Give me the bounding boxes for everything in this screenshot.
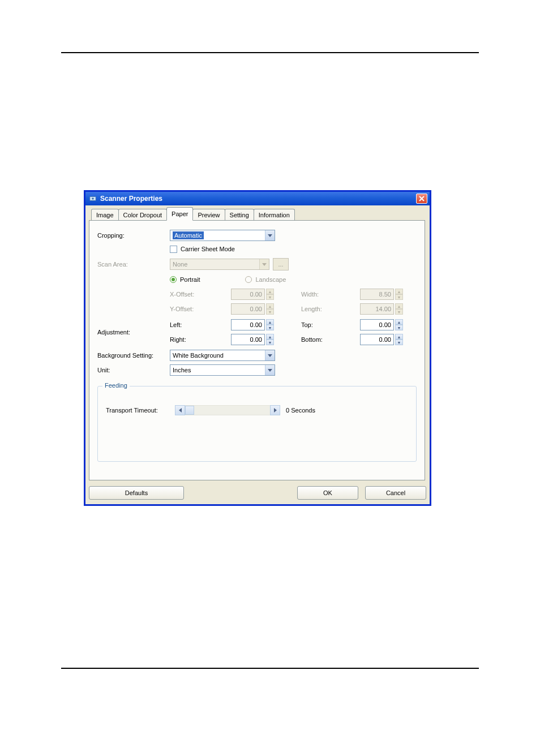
portrait-label: Portrait bbox=[180, 276, 200, 283]
ok-button[interactable]: OK bbox=[297, 486, 358, 500]
y-offset-label: Y-Offset: bbox=[170, 306, 215, 312]
tab-label: Setting bbox=[230, 212, 249, 218]
cancel-button-label: Cancel bbox=[386, 489, 405, 496]
spinner-down-icon[interactable]: ▼ bbox=[266, 325, 274, 330]
chevron-down-icon bbox=[265, 350, 275, 360]
scroll-left-icon[interactable] bbox=[175, 405, 185, 415]
slider-track[interactable] bbox=[185, 405, 270, 415]
tab-label: Image bbox=[96, 212, 114, 218]
tab-label: Preview bbox=[198, 212, 220, 218]
orientation-portrait-radio[interactable]: Portrait bbox=[170, 276, 200, 283]
background-setting-label: Background Setting: bbox=[97, 352, 170, 359]
adj-left-value: 0.00 bbox=[231, 319, 265, 330]
y-offset-spinner: 0.00 ▲▼ bbox=[231, 303, 285, 315]
dialog-button-row: Defaults OK Cancel bbox=[89, 486, 426, 501]
close-button[interactable] bbox=[416, 194, 427, 204]
svg-point-1 bbox=[92, 197, 94, 200]
ok-button-label: OK bbox=[323, 489, 332, 496]
feeding-legend: Feeding bbox=[102, 382, 130, 389]
spinner-up-icon[interactable]: ▲ bbox=[266, 319, 274, 325]
dialog-window: Scanner Properties Image Color Dropout P… bbox=[84, 190, 431, 506]
carrier-sheet-checkbox[interactable]: Carrier Sheet Mode bbox=[170, 246, 235, 253]
adj-top-spinner[interactable]: 0.00 ▲▼ bbox=[360, 319, 414, 330]
width-label: Width: bbox=[301, 291, 344, 298]
adj-bottom-label: Bottom: bbox=[301, 336, 344, 343]
chevron-down-icon bbox=[265, 230, 275, 240]
spinner-down-icon: ▼ bbox=[395, 294, 403, 300]
width-value: 8.50 bbox=[360, 289, 394, 300]
carrier-sheet-label: Carrier Sheet Mode bbox=[181, 246, 235, 252]
app-icon bbox=[89, 195, 97, 203]
spinner-up-icon: ▲ bbox=[395, 289, 403, 294]
spinner-down-icon: ▼ bbox=[395, 309, 403, 315]
cropping-value: Automatic bbox=[173, 231, 204, 239]
adj-bottom-value: 0.00 bbox=[360, 334, 394, 345]
page-rule-bottom bbox=[61, 668, 479, 669]
slider-thumb[interactable] bbox=[185, 406, 194, 415]
scan-area-label: Scan Area: bbox=[97, 261, 170, 268]
close-icon bbox=[419, 196, 425, 201]
adj-right-spinner[interactable]: 0.00 ▲▼ bbox=[231, 334, 285, 345]
spinner-up-icon: ▲ bbox=[266, 289, 274, 294]
transport-timeout-slider[interactable] bbox=[175, 405, 280, 415]
orientation-landscape-radio: Landscape bbox=[245, 276, 286, 283]
spinner-down-icon[interactable]: ▼ bbox=[266, 340, 274, 345]
tab-preview[interactable]: Preview bbox=[192, 209, 225, 221]
x-offset-spinner: 0.00 ▲▼ bbox=[231, 289, 285, 300]
adj-bottom-spinner[interactable]: 0.00 ▲▼ bbox=[360, 334, 414, 345]
cancel-button[interactable]: Cancel bbox=[365, 486, 426, 500]
page-rule-top bbox=[61, 52, 479, 53]
x-offset-value: 0.00 bbox=[231, 289, 265, 300]
adj-right-label: Right: bbox=[170, 336, 215, 343]
scan-area-value: None bbox=[173, 261, 187, 268]
width-spinner: 8.50 ▲▼ bbox=[360, 289, 414, 300]
adjustment-label: Adjustment: bbox=[97, 329, 170, 336]
adj-left-label: Left: bbox=[170, 321, 215, 328]
spinner-down-icon[interactable]: ▼ bbox=[395, 325, 403, 330]
unit-combo[interactable]: Inches bbox=[170, 364, 275, 376]
spinner-up-icon[interactable]: ▲ bbox=[395, 334, 403, 340]
defaults-button[interactable]: Defaults bbox=[89, 486, 184, 500]
cropping-combo[interactable]: Automatic bbox=[170, 230, 275, 241]
spinner-down-icon: ▼ bbox=[266, 309, 274, 315]
adj-top-value: 0.00 bbox=[360, 319, 394, 330]
landscape-label: Landscape bbox=[255, 276, 286, 283]
background-setting-combo[interactable]: White Background bbox=[170, 350, 275, 361]
chevron-down-icon bbox=[259, 259, 269, 269]
defaults-button-label: Defaults bbox=[125, 489, 148, 496]
window-title: Scanner Properties bbox=[100, 195, 162, 203]
spinner-up-icon[interactable]: ▲ bbox=[395, 319, 403, 325]
spinner-up-icon: ▲ bbox=[395, 303, 403, 309]
unit-value: Inches bbox=[173, 367, 191, 373]
chevron-down-icon bbox=[265, 365, 275, 375]
transport-timeout-label: Transport Timeout: bbox=[106, 407, 175, 414]
radio-icon bbox=[245, 276, 252, 283]
length-spinner: 14.00 ▲▼ bbox=[360, 303, 414, 315]
cropping-label: Cropping: bbox=[97, 232, 170, 239]
transport-timeout-display: 0 Seconds bbox=[286, 407, 315, 414]
radio-icon bbox=[170, 276, 177, 283]
tab-setting[interactable]: Setting bbox=[225, 209, 254, 221]
tab-image[interactable]: Image bbox=[91, 209, 119, 221]
length-label: Length: bbox=[301, 306, 344, 312]
adj-right-value: 0.00 bbox=[231, 334, 265, 345]
adj-top-label: Top: bbox=[301, 321, 344, 328]
tab-label: Paper bbox=[172, 211, 188, 217]
scan-area-browse-button: ... bbox=[273, 258, 289, 270]
tab-strip: Image Color Dropout Paper Preview Settin… bbox=[89, 208, 426, 220]
background-setting-value: White Background bbox=[173, 352, 224, 359]
adj-left-spinner[interactable]: 0.00 ▲▼ bbox=[231, 319, 285, 330]
scan-area-combo: None bbox=[170, 259, 269, 270]
tab-paper[interactable]: Paper bbox=[166, 207, 193, 221]
spinner-up-icon[interactable]: ▲ bbox=[266, 334, 274, 340]
tab-label: Information bbox=[259, 212, 290, 218]
feeding-group: Feeding Transport Timeout: 0 Seco bbox=[97, 386, 417, 462]
scroll-right-icon[interactable] bbox=[270, 405, 280, 415]
spinner-down-icon: ▼ bbox=[266, 294, 274, 300]
tab-color-dropout[interactable]: Color Dropout bbox=[118, 209, 167, 221]
tab-pane-paper: Cropping: Automatic Carrier Sheet Mode bbox=[89, 220, 425, 480]
tab-information[interactable]: Information bbox=[254, 209, 295, 221]
titlebar: Scanner Properties bbox=[85, 192, 430, 205]
spinner-down-icon[interactable]: ▼ bbox=[395, 340, 403, 345]
y-offset-value: 0.00 bbox=[231, 303, 265, 315]
